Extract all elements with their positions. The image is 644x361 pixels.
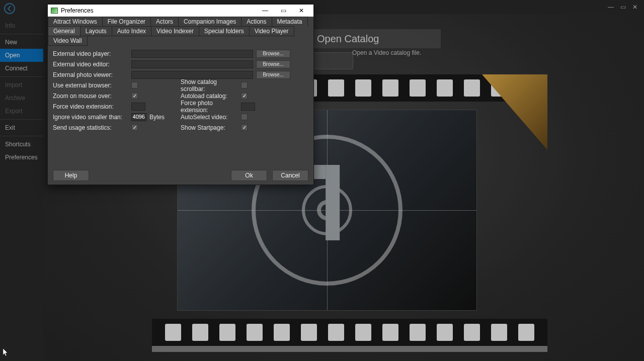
label-autoselect: AutoSelect video: (181, 114, 241, 121)
label-show-startpage: Show Startpage: (181, 124, 241, 131)
checkbox-autoselect[interactable] (241, 114, 248, 120)
tab-video-wall[interactable]: Video Wall (48, 36, 88, 46)
app-icon (51, 8, 58, 14)
input-force-photo-ext[interactable] (241, 103, 255, 111)
tab-special-folders[interactable]: Special folders (199, 26, 250, 36)
browse-ext-photo-button[interactable]: Browse... (256, 71, 290, 79)
label-send-stats: Send usage statistics: (53, 124, 131, 131)
prefs-body: External video player: Browse... Externa… (48, 45, 313, 166)
dialog-close-icon[interactable]: ✕ (292, 5, 310, 17)
checkbox-show-startpage[interactable] (241, 124, 248, 131)
label-force-photo-ext: Force photo extension: (181, 100, 241, 114)
label-show-scrollbar: Show catalog scrollbar: (181, 78, 241, 93)
tab-layouts[interactable]: Layouts (80, 26, 112, 36)
cancel-button[interactable]: Cancel (272, 170, 308, 181)
checkbox-show-scrollbar[interactable] (241, 82, 248, 88)
input-force-vid-ext[interactable] (131, 103, 145, 111)
label-ext-editor: External video editor: (53, 61, 131, 68)
tab-companion-images[interactable]: Companion Images (178, 17, 242, 27)
input-ext-photo[interactable] (131, 71, 253, 79)
tabs-row-1: Attract Windows File Organizer Actors Co… (48, 17, 313, 26)
dialog-maximize-icon[interactable]: ▭ (274, 5, 292, 17)
input-ext-player[interactable] (131, 50, 253, 58)
preferences-dialog: Preferences — ▭ ✕ Attract Windows File O… (47, 4, 314, 185)
tab-general[interactable]: General (48, 26, 80, 36)
tab-video-player[interactable]: Video Player (249, 26, 294, 36)
tab-metadata[interactable]: Metadata (272, 17, 308, 27)
label-ext-player: External video player: (53, 50, 131, 57)
checkbox-use-ext-browser[interactable] (131, 82, 138, 88)
label-force-vid-ext: Force video extension: (53, 103, 131, 110)
dialog-titlebar[interactable]: Preferences — ▭ ✕ (48, 5, 313, 17)
label-autoload: Autoload catalog: (181, 93, 241, 100)
tab-actors[interactable]: Actors (150, 17, 179, 27)
browse-ext-player-button[interactable]: Browse... (256, 50, 290, 58)
checkbox-send-stats[interactable] (131, 124, 138, 131)
dialog-title: Preferences (61, 7, 94, 14)
help-button[interactable]: Help (53, 170, 89, 181)
tabs-row-2: General Layouts Auto Index Video Indexer… (48, 26, 313, 45)
input-ext-editor[interactable] (131, 60, 253, 68)
input-ignore-smaller[interactable]: 4096 (131, 113, 146, 121)
browse-ext-editor-button[interactable]: Browse... (256, 60, 290, 68)
tab-attract-windows[interactable]: Attract Windows (48, 17, 103, 27)
tab-file-organizer[interactable]: File Organizer (102, 17, 151, 27)
dialog-footer: Help Ok Cancel (48, 166, 313, 185)
label-use-ext-browser: Use external browser: (53, 82, 131, 89)
tab-video-indexer[interactable]: Video Indexer (151, 26, 199, 36)
label-bytes: Bytes (149, 114, 165, 121)
checkbox-autoload[interactable] (241, 93, 248, 99)
ok-button[interactable]: Ok (231, 170, 267, 181)
checkbox-zoom[interactable] (131, 93, 138, 99)
tab-actions[interactable]: Actions (241, 17, 272, 27)
label-ext-photo: External photo viewer: (53, 71, 131, 78)
dialog-minimize-icon[interactable]: — (256, 5, 274, 17)
label-ignore-smaller: Ignore video smaller than: (53, 114, 131, 121)
tab-auto-index[interactable]: Auto Index (112, 26, 151, 36)
label-zoom: Zoom on mouse over: (53, 93, 131, 100)
